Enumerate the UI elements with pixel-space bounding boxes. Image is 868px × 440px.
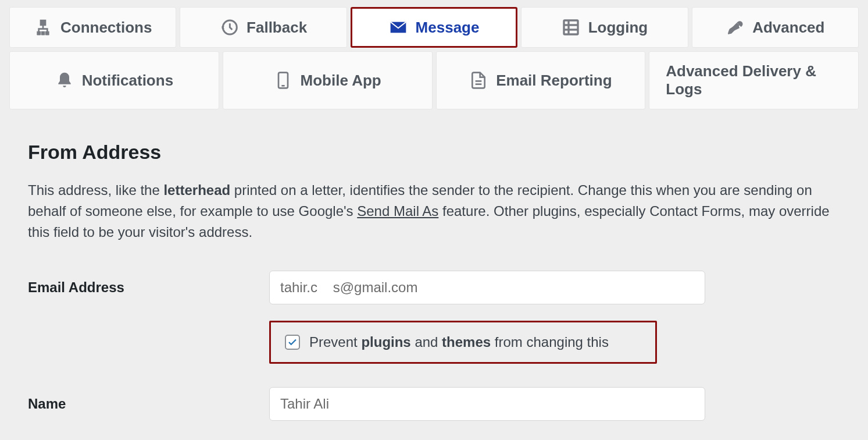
tab-label: Advanced <box>752 19 824 37</box>
email-address-row: Email Address <box>28 271 840 304</box>
section-title: From Address <box>28 141 840 164</box>
tab-advanced[interactable]: Advanced <box>692 7 859 48</box>
tabs-row-2: Notifications Mobile App Email Reporting… <box>9 51 859 109</box>
name-row: Name <box>28 387 840 421</box>
tab-label: Message <box>416 19 480 37</box>
tab-connections[interactable]: Connections <box>9 7 176 48</box>
tab-mobile-app[interactable]: Mobile App <box>223 51 433 109</box>
tabs-container: Connections Fallback Message Logging Adv… <box>0 0 868 109</box>
section-description: This address, like the letterhead printe… <box>28 180 840 243</box>
tabs-row-1: Connections Fallback Message Logging Adv… <box>9 7 859 48</box>
document-icon <box>469 71 488 90</box>
history-icon <box>220 18 238 37</box>
svg-rect-3 <box>46 32 49 35</box>
checkbox-highlight-box: Prevent plugins and themes from changing… <box>269 321 657 364</box>
name-input[interactable] <box>269 387 705 421</box>
tab-logging[interactable]: Logging <box>521 7 688 48</box>
phone-icon <box>274 71 292 90</box>
name-label: Name <box>28 396 269 412</box>
tab-label: Notifications <box>82 72 173 90</box>
email-address-label: Email Address <box>28 279 269 296</box>
tab-label: Advanced Delivery & Logs <box>666 62 842 98</box>
network-icon <box>34 18 52 37</box>
content-area: From Address This address, like the lett… <box>0 113 868 421</box>
tab-label: Email Reporting <box>496 72 612 90</box>
svg-rect-0 <box>41 20 45 25</box>
list-icon <box>562 18 580 37</box>
tab-message[interactable]: Message <box>351 7 517 48</box>
tab-label: Logging <box>588 19 648 37</box>
svg-rect-5 <box>564 20 578 34</box>
tab-fallback[interactable]: Fallback <box>180 7 347 48</box>
tab-advanced-delivery-logs[interactable]: Advanced Delivery & Logs <box>649 51 859 109</box>
envelope-icon <box>389 18 408 37</box>
svg-rect-2 <box>41 32 44 35</box>
tab-notifications[interactable]: Notifications <box>9 51 219 109</box>
tab-label: Fallback <box>247 19 307 37</box>
svg-rect-1 <box>37 32 40 35</box>
tab-email-reporting[interactable]: Email Reporting <box>436 51 646 109</box>
send-mail-as-link[interactable]: Send Mail As <box>357 203 438 219</box>
tab-label: Mobile App <box>301 72 381 90</box>
tab-label: Connections <box>60 19 152 37</box>
prevent-override-checkbox[interactable] <box>285 335 300 350</box>
bell-icon <box>55 71 74 90</box>
prevent-override-label[interactable]: Prevent plugins and themes from changing… <box>309 334 609 350</box>
prevent-override-row: Prevent plugins and themes from changing… <box>269 321 840 364</box>
wrench-icon <box>726 18 744 37</box>
email-address-input[interactable] <box>269 271 705 304</box>
